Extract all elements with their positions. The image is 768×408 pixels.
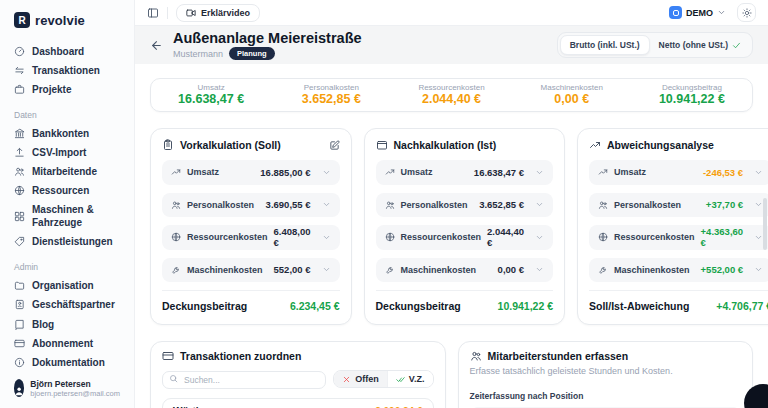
row-label: Umsatz bbox=[401, 167, 433, 177]
row-label: Ressourcenkosten bbox=[614, 232, 695, 242]
sidebar-item-label: Mitarbeitende bbox=[32, 165, 97, 178]
footer-value: +4.706,77 € bbox=[716, 300, 768, 312]
row-label: Umsatz bbox=[614, 167, 646, 177]
kpi-personalkosten: Personalkosten 3.652,85 € bbox=[271, 83, 391, 108]
double-check-icon bbox=[396, 375, 405, 384]
kpi-label: Deckungsbeitrag bbox=[632, 83, 752, 93]
trend-up-icon bbox=[598, 167, 608, 177]
card-mitarbeiterstunden: Mitarbeiterstunden erfassen Erfasse tats… bbox=[458, 341, 754, 408]
kpi-strip: Umsatz 16.638,47 € Personalkosten 3.652,… bbox=[150, 78, 753, 112]
tax-brutto-segment[interactable]: Brutto (inkl. USt.) bbox=[560, 35, 650, 55]
calc-row-ressourcenkosten[interactable]: Ressourcenkosten 6.408,00 € bbox=[162, 225, 340, 250]
kpi-value: 3.652,85 € bbox=[271, 92, 391, 107]
calc-row-umsatz[interactable]: Umsatz -246,53 € bbox=[589, 160, 768, 185]
card-abweichungsanalyse: Abweichungsanalyse Umsatz -246,53 € Pers… bbox=[577, 128, 768, 325]
sidebar-toggle-button[interactable] bbox=[147, 7, 159, 19]
account-menu[interactable]: DEMO bbox=[669, 6, 726, 19]
filter-vz-segment[interactable]: V.Z. bbox=[387, 371, 433, 387]
account-label: DEMO bbox=[686, 8, 713, 18]
row-label: Maschinenkosten bbox=[401, 265, 477, 275]
calc-row-ressourcenkosten[interactable]: Ressourcenkosten 2.044,40 € bbox=[376, 225, 554, 250]
erklaervideo-button[interactable]: Erklärvideo bbox=[176, 4, 260, 22]
back-button[interactable] bbox=[150, 39, 163, 52]
card-title: Abweichungsanalyse bbox=[607, 139, 714, 151]
topbar: Erklärvideo DEMO bbox=[135, 0, 768, 26]
x-icon bbox=[342, 375, 351, 384]
kpi-value: 16.638,47 € bbox=[151, 92, 271, 107]
brand-logo[interactable]: R revolvie bbox=[0, 12, 134, 28]
section-label: Zeiterfassung nach Position bbox=[470, 391, 742, 401]
calc-row-maschinenkosten[interactable]: Maschinenkosten +552,00 € bbox=[589, 258, 768, 283]
card-footer: Deckungsbeitrag 6.234,45 € bbox=[162, 290, 340, 314]
app-window: R revolvie Dashboard Transaktionen Proje… bbox=[0, 0, 768, 408]
calc-row-umsatz[interactable]: Umsatz 16.638,47 € bbox=[376, 160, 554, 185]
sidebar-item-label: Dienstleistungen bbox=[32, 235, 113, 248]
sidebar-item-mitarbeitende[interactable]: Mitarbeitende bbox=[0, 162, 134, 181]
card-header: Nachkalkulation (Ist) bbox=[376, 139, 554, 151]
kpi-label: Ressourcenkosten bbox=[391, 83, 511, 93]
video-icon bbox=[186, 8, 196, 18]
sidebar-item-label: Transaktionen bbox=[32, 64, 100, 77]
edit-button[interactable] bbox=[329, 140, 340, 151]
filter-vz-label: V.Z. bbox=[409, 374, 425, 384]
globe-icon bbox=[14, 185, 25, 196]
users-icon bbox=[171, 200, 181, 210]
theme-toggle-button[interactable] bbox=[737, 3, 756, 22]
user-menu[interactable]: Björn Petersen bjoern.petersen@mail.com bbox=[0, 372, 134, 398]
calc-row-personalkosten[interactable]: Personalkosten 3.690,55 € bbox=[162, 193, 340, 218]
row-value: 3.652,85 € bbox=[479, 199, 524, 210]
transaction-row[interactable]: Würth -2.096,24 € bbox=[162, 398, 434, 408]
status-badge: Planung bbox=[229, 47, 275, 60]
card-nachkalkulation: Nachkalkulation (Ist) Umsatz 16.638,47 €… bbox=[364, 128, 566, 325]
grid-icon bbox=[14, 211, 25, 222]
sidebar-item-csv-import[interactable]: CSV-Import bbox=[0, 143, 134, 162]
briefcase-icon bbox=[14, 84, 25, 95]
row-label: Personalkosten bbox=[401, 200, 468, 210]
sidebar-item-projekte[interactable]: Projekte bbox=[0, 80, 134, 99]
sidebar-item-label: Projekte bbox=[32, 83, 71, 96]
calc-row-umsatz[interactable]: Umsatz 16.885,00 € bbox=[162, 160, 340, 185]
page-subtitle-row: Mustermann Planung bbox=[173, 47, 362, 60]
row-label: Personalkosten bbox=[187, 200, 254, 210]
sidebar-item-geschaeftspartner[interactable]: Geschäftspartner bbox=[0, 295, 134, 314]
sidebar-item-organisation[interactable]: Organisation bbox=[0, 276, 134, 295]
calc-row-personalkosten[interactable]: Personalkosten 3.652,85 € bbox=[376, 193, 554, 218]
card-title: Mitarbeiterstunden erfassen bbox=[488, 350, 629, 362]
kpi-value: 2.044,40 € bbox=[391, 92, 511, 107]
users-icon bbox=[470, 350, 482, 362]
calc-row-personalkosten[interactable]: Personalkosten +37,70 € bbox=[589, 193, 768, 218]
calc-row-maschinenkosten[interactable]: Maschinenkosten 0,00 € bbox=[376, 258, 554, 283]
globe-icon bbox=[598, 232, 608, 242]
sidebar-item-blog[interactable]: Blog bbox=[0, 315, 134, 334]
brand-logo-icon: R bbox=[14, 12, 30, 28]
sidebar-item-ressourcen[interactable]: Ressourcen bbox=[0, 181, 134, 200]
wrench-icon bbox=[598, 265, 608, 275]
tax-netto-segment[interactable]: Netto (ohne USt.) bbox=[650, 36, 750, 54]
sidebar-item-abonnement[interactable]: Abonnement bbox=[0, 334, 134, 353]
user-email: bjoern.petersen@mail.com bbox=[30, 389, 120, 398]
tag-icon bbox=[14, 236, 25, 247]
card-description: Erfasse tatsächlich geleistete Stunden u… bbox=[470, 366, 742, 378]
sidebar-item-dienstleistungen[interactable]: Dienstleistungen bbox=[0, 232, 134, 251]
calc-row-maschinenkosten[interactable]: Maschinenkosten 552,00 € bbox=[162, 258, 340, 283]
bottom-cards: Transaktionen zuordnen Offen bbox=[150, 341, 753, 408]
search-field-wrap bbox=[162, 369, 326, 389]
sidebar-item-dokumentation[interactable]: Dokumentation bbox=[0, 353, 134, 372]
sidebar-item-maschinen-fahrzeuge[interactable]: Maschinen & Fahrzeuge bbox=[0, 200, 134, 232]
sidebar-item-transaktionen[interactable]: Transaktionen bbox=[0, 61, 134, 80]
sidebar-item-label: Abonnement bbox=[32, 337, 93, 350]
chevron-down-icon bbox=[322, 200, 331, 209]
filter-offen-segment[interactable]: Offen bbox=[334, 371, 387, 387]
search-input[interactable] bbox=[162, 371, 326, 389]
chevron-down-icon bbox=[754, 200, 763, 209]
sidebar-item-bankkonten[interactable]: Bankkonten bbox=[0, 124, 134, 143]
scrollbar-thumb[interactable] bbox=[763, 198, 767, 250]
content: Umsatz 16.638,47 € Personalkosten 3.652,… bbox=[135, 64, 768, 408]
sun-icon bbox=[742, 8, 752, 18]
filter-offen-label: Offen bbox=[355, 374, 379, 384]
row-value: +4.363,60 € bbox=[701, 226, 744, 248]
row-label: Umsatz bbox=[187, 167, 219, 177]
sidebar-item-dashboard[interactable]: Dashboard bbox=[0, 42, 134, 61]
globe-icon bbox=[385, 232, 395, 242]
calc-row-ressourcenkosten[interactable]: Ressourcenkosten +4.363,60 € bbox=[589, 225, 768, 250]
